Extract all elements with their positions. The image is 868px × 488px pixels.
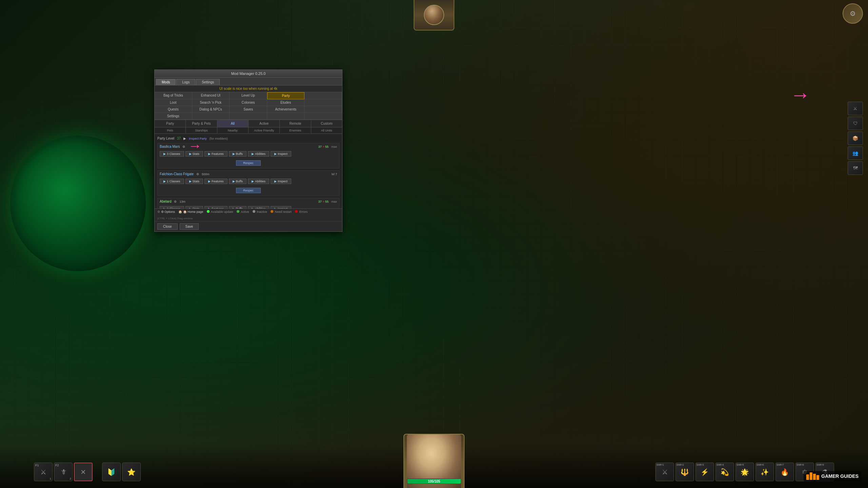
- action-slot-shift4[interactable]: Shift+4 💫: [715, 463, 734, 481]
- active-label: Active: [241, 210, 249, 214]
- char-header-basilica: Basilica Mars ⚙ 37 > 55 max: [158, 143, 339, 150]
- action-slot-shift2[interactable]: Shift+2 🔱: [675, 463, 694, 481]
- cat-party[interactable]: Party: [267, 92, 305, 99]
- cat-achievements[interactable]: Achievements: [267, 106, 305, 113]
- dialog-titlebar: Mod Manager 0.25.0: [155, 70, 342, 78]
- subtab-starships[interactable]: Starships: [186, 127, 217, 134]
- subtab-pets[interactable]: Pets: [155, 127, 186, 134]
- cat-loot[interactable]: Loot: [155, 99, 192, 106]
- abelard-inspect-btn[interactable]: ▶ Inspect: [271, 206, 291, 208]
- basilica-respec-btn[interactable]: Respec: [236, 160, 261, 166]
- falchion-abilities-btn[interactable]: ▶ Abilities: [248, 179, 269, 184]
- subtab-enemies[interactable]: Enemies: [280, 127, 311, 134]
- action-slot-5[interactable]: ⭐: [122, 463, 141, 481]
- action-slot-shift6[interactable]: Shift+6 ✨: [755, 463, 774, 481]
- cat-search-pick[interactable]: Search 'n Pick: [192, 99, 230, 106]
- action-slot-3[interactable]: ✕: [74, 463, 93, 481]
- cat-level-up[interactable]: Level Up: [230, 92, 267, 99]
- filter-all[interactable]: All: [217, 120, 249, 127]
- side-btn-3[interactable]: 📦: [848, 131, 863, 145]
- falchion-features-btn[interactable]: ▶ Features: [204, 179, 228, 184]
- cat-etudes[interactable]: Etudes: [267, 99, 305, 106]
- falchion-inspect-btn[interactable]: ▶ Inspect: [271, 179, 291, 184]
- filter-remote[interactable]: Remote: [280, 120, 311, 127]
- basilica-buffs-btn[interactable]: ▶ Buffs: [229, 151, 246, 157]
- falchion-stats-btn[interactable]: ▶ Stats: [185, 179, 203, 184]
- side-btn-4[interactable]: 👥: [848, 146, 863, 160]
- action-slot-shift7[interactable]: Shift+7 🔥: [775, 463, 794, 481]
- falchion-buffs-btn[interactable]: ▶ Buffs: [229, 179, 246, 184]
- filter-party[interactable]: Party: [155, 120, 186, 127]
- falchion-respec-btn[interactable]: Respec: [236, 188, 261, 193]
- mod-content-area: Party Level 37 ▶ Inspect Party (for modd…: [155, 134, 342, 208]
- action-slot-4[interactable]: 🔰: [102, 463, 121, 481]
- char-max-basilica: max: [331, 145, 337, 148]
- basilica-stats-btn[interactable]: ▶ Stats: [185, 151, 203, 157]
- cat-bag-of-tricks[interactable]: Bag of Tricks: [155, 92, 192, 99]
- side-btn-2[interactable]: 🛡: [848, 117, 863, 130]
- char-level-falchion: lvl 7: [332, 172, 337, 176]
- party-level-row: Party Level 37 ▶ Inspect Party (for modd…: [157, 137, 339, 140]
- top-avatar-image: [424, 5, 444, 25]
- filter-custom[interactable]: Custom: [311, 120, 342, 127]
- cat-empty-2: [304, 99, 342, 106]
- subtab-nearby[interactable]: Nearby: [217, 127, 249, 134]
- cat-dialog-npcs[interactable]: Dialog & NPCs: [192, 106, 230, 113]
- subtab-all-units[interactable]: All Units: [311, 127, 342, 134]
- filter-party-pets[interactable]: Party & Pets: [186, 120, 217, 127]
- tab-settings[interactable]: Settings: [196, 79, 220, 85]
- abelard-classes-btn[interactable]: ▶ 3 Classes: [160, 206, 184, 208]
- char-buttons-abelard: ▶ 3 Classes ▶ Stats ▶ Features ▶ Buffs ▶…: [158, 205, 339, 208]
- filter-active[interactable]: Active: [249, 120, 280, 127]
- party-level-value: 37: [177, 137, 181, 140]
- action-slot-shift1[interactable]: Shift+1 ⚔: [655, 463, 674, 481]
- cat-settings[interactable]: Settings: [155, 113, 192, 120]
- inspect-party-link[interactable]: Inspect Party: [189, 137, 207, 140]
- basilica-inspect-btn[interactable]: ▶ Inspect: [271, 151, 291, 157]
- gg-bar-1: [806, 474, 809, 480]
- for-modders-label: (for modders): [210, 137, 228, 140]
- options-btn[interactable]: ⚙ ⚙ Options: [157, 210, 175, 214]
- cat-enhanced-ui[interactable]: Enhanced UI: [192, 92, 230, 99]
- save-button[interactable]: Save: [180, 223, 199, 230]
- action-slot-shift3[interactable]: Shift+3 ⚡: [695, 463, 714, 481]
- cat-saves[interactable]: Saves: [230, 106, 267, 113]
- subtab-friendly[interactable]: Active Friendly: [249, 127, 280, 134]
- tab-mods[interactable]: Mods: [156, 79, 176, 85]
- mod-manager-dialog: Mod Manager 0.25.0 Mods Logs Settings UI…: [154, 69, 342, 232]
- char-entry-abelard: Abelard ⚙ 13m 37 > 55 max ▶ 3 Classes ▶ …: [157, 198, 339, 208]
- close-button[interactable]: Close: [157, 223, 178, 230]
- action-slot-2[interactable]: F2 🗡 2: [54, 463, 73, 481]
- tab-logs[interactable]: Logs: [176, 79, 195, 85]
- char-name-falchion[interactable]: Falchion-Class Frigate: [160, 172, 194, 176]
- abelard-features-btn[interactable]: ▶ Features: [204, 206, 228, 208]
- abelard-stats-btn[interactable]: ▶ Stats: [185, 206, 203, 208]
- cat-quests[interactable]: Quests: [155, 106, 192, 113]
- char-level-basilica: 37 > 55: [318, 145, 329, 148]
- restart-label: Need restart: [275, 210, 292, 214]
- falchion-classes-btn[interactable]: ▶ 1 Classes: [160, 179, 184, 184]
- abelard-abilities-btn[interactable]: ▶ Abilities: [248, 206, 269, 208]
- char-icon-falchion: ⚙: [196, 172, 199, 176]
- side-btn-1[interactable]: ⚔: [848, 102, 863, 115]
- action-slot-1[interactable]: F1 ⚔ 1: [34, 463, 53, 481]
- cat-colonies[interactable]: Colonies: [230, 99, 267, 106]
- cat-empty-6: [267, 113, 305, 120]
- planet-globe: [10, 136, 146, 271]
- top-avatar-panel: [414, 0, 454, 30]
- notice-text: UI scale is nice too when running at 4k: [219, 87, 277, 90]
- gg-bars-icon: [806, 472, 819, 480]
- notice-bar: UI scale is nice too when running at 4k: [155, 85, 342, 92]
- basilica-abilities-btn[interactable]: ▶ Abilities: [248, 151, 269, 157]
- char-icon-basilica: ⚙: [182, 145, 185, 148]
- home-page-btn[interactable]: 🏠 🏠 Home page: [178, 210, 203, 214]
- mod-footer-status: ⚙ ⚙ Options 🏠 🏠 Home page Available upda…: [155, 208, 342, 221]
- side-btn-5[interactable]: 🗺: [848, 161, 863, 175]
- basilica-classes-btn[interactable]: ▶ 3 Classes: [160, 151, 184, 157]
- char-name-basilica[interactable]: Basilica Mars: [160, 145, 180, 148]
- gg-bar-3: [813, 474, 816, 480]
- action-slot-shift5[interactable]: Shift+5 🌟: [735, 463, 754, 481]
- char-name-abelard[interactable]: Abelard: [160, 200, 171, 203]
- basilica-features-btn[interactable]: ▶ Features: [204, 151, 228, 157]
- abelard-buffs-btn[interactable]: ▶ Buffs: [229, 206, 246, 208]
